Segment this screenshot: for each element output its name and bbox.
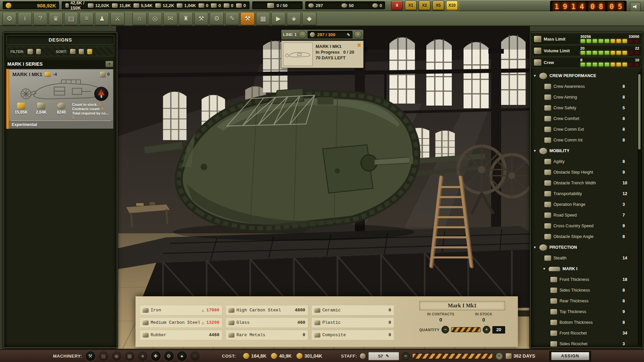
material-row: Rubber ⚠ 4460 [140,330,222,340]
design-materials: 2,04K [36,110,47,115]
quantity-value: 20 [492,326,505,334]
reputation-value: -4 [53,72,57,77]
worker-icon [310,32,315,37]
stat-row: Transportability 12 [531,188,643,199]
led-segment [616,62,621,67]
maintenance-button[interactable]: ⚙ [210,12,224,25]
stats-scrollbar-thumb[interactable] [638,74,641,149]
machine-stamp-button[interactable]: ⚙ [163,351,174,362]
obstacle-trench-width-icon [544,180,551,186]
limit-ledbar [580,51,639,55]
info-button[interactable]: i [18,12,32,25]
stats-scrollbar[interactable] [638,72,642,345]
machine-mill-button[interactable]: ▦ [124,351,135,362]
machine-grinder-button[interactable]: ● [176,351,187,362]
line-production-card[interactable]: MARK I MK1 In Progress 0 / 20 70 DAYS LE… [281,41,364,68]
announcements-button[interactable] [630,2,641,11]
machine-spring-button[interactable]: ~ [190,351,201,362]
stat-row: Stealth 14 [531,253,643,263]
factory-button[interactable]: ⌂ [132,12,147,25]
quantity-plus-button[interactable]: + [483,326,490,334]
battles-button[interactable]: ⚔ [110,12,124,25]
series-header[interactable]: MARK I SERIES ▼ [4,60,117,68]
machine-lathe-button[interactable]: ■ [137,351,148,362]
speed-x2-button[interactable]: X2 [419,1,430,10]
tank-storage-display: 0 / 50 [252,1,303,9]
achievements-button[interactable]: ♛ [49,12,63,25]
assign-button[interactable]: ASSIGN [551,352,589,360]
led-segment [598,39,603,43]
led-segment [580,39,585,43]
quantity-slider[interactable] [451,327,481,332]
workshop-button[interactable]: ⚒ [194,12,208,25]
limit-ledbar [580,39,639,43]
top-thickness-icon [550,309,557,314]
tank-trials-button[interactable]: ◈ [287,12,301,25]
help-button[interactable]: ? [33,12,47,25]
collapse-arrow-icon[interactable]: ▼ [533,149,537,153]
staff-label: STAFF: [341,354,357,359]
led-segment [616,39,621,43]
research-button[interactable]: ♜ [179,12,193,25]
filter-designer-icon[interactable] [36,49,41,54]
line-workers-minus-button[interactable]: − [299,31,306,39]
limit-max: 22 [635,47,639,50]
line-workers-plus-button[interactable]: + [354,31,362,39]
led-segment [634,51,639,55]
logistics-button[interactable]: ✉ [163,12,177,25]
espionage-button[interactable]: ♟ [95,12,109,25]
design-card-mark-i-mk1[interactable]: MARK I MK1 -4 0 ! 9 15 [9,69,113,129]
date-digit: 1 [570,2,577,11]
sort-weight-icon[interactable] [70,49,75,54]
pause-button[interactable]: II [391,1,403,10]
warning-badge[interactable]: ! 9 [94,87,108,101]
resource-icon [211,3,217,8]
world-map-button[interactable]: ◎ [148,12,162,25]
resource-icon [224,3,229,8]
material-icon [143,333,149,337]
gold-resource: 0 [199,3,208,8]
obstacle-slope-angle-icon [544,234,551,239]
material-row: Glass ⚠ 460 [225,317,308,328]
tank-design-button[interactable]: ▶ [271,12,285,25]
collapse-arrow-icon[interactable]: ▼ [543,267,546,270]
vehicle-stats-panel: Mass Limit 3025633000 Volume Limit 2022 [530,32,643,348]
sort-alpha-icon[interactable] [79,49,84,54]
collapse-arrow-icon[interactable]: ▼ [533,246,537,249]
line-cancel-icon[interactable]: ✖ [357,42,361,48]
production-button[interactable]: ⚒ [240,12,255,25]
stat-row: Crew Safety 5 [531,103,643,113]
staff-allocation-slider[interactable] [412,353,493,359]
design-bureau-button[interactable]: ✎ [225,12,239,25]
filter-type-icon[interactable] [28,49,33,54]
laurel-icon [45,72,51,76]
machine-drill-button[interactable]: ✚ [150,351,161,362]
staff-minus-button[interactable]: − [402,352,410,360]
collapse-arrow-icon[interactable]: ▼ [533,74,537,77]
reports-button[interactable]: ≡ [79,12,94,25]
series-collapse-button[interactable]: ▼ [105,61,113,67]
machine-cutter-button[interactable]: ◉ [111,351,122,362]
machine-roller-button[interactable]: ▤ [98,351,109,362]
date-digit: 5 [616,2,624,11]
mass-limit-icon [534,36,541,42]
sort-cost-icon[interactable] [87,49,92,54]
speed-x1-button[interactable]: X1 [405,1,417,10]
front-thickness-icon [550,277,557,282]
news-button[interactable]: ▤ [64,12,78,25]
components-button[interactable]: ▦ [256,12,270,25]
settings-button[interactable]: ⚙ [2,12,16,25]
quantity-minus-button[interactable]: − [441,326,449,334]
speed-x5-button[interactable]: X5 [432,1,444,10]
speed-x10-button[interactable]: X10 [446,1,458,10]
rubber-resource: 5,54K [133,3,153,8]
tank-icon [267,3,274,8]
cost-materials: 40,9K [271,353,291,359]
staff-plus-button[interactable]: + [495,352,503,360]
machine-press-button[interactable]: ⚒ [85,351,96,362]
material-row: Medium Carbon Steel ⚠ 13200 [140,317,222,328]
line-unit-progress: 0 / 20 [343,50,354,55]
staff-count-input[interactable]: 57 ✎ [368,352,399,360]
edit-workers-icon[interactable]: ✎ [347,33,350,37]
tank-modules-button[interactable]: ◆ [302,12,316,25]
